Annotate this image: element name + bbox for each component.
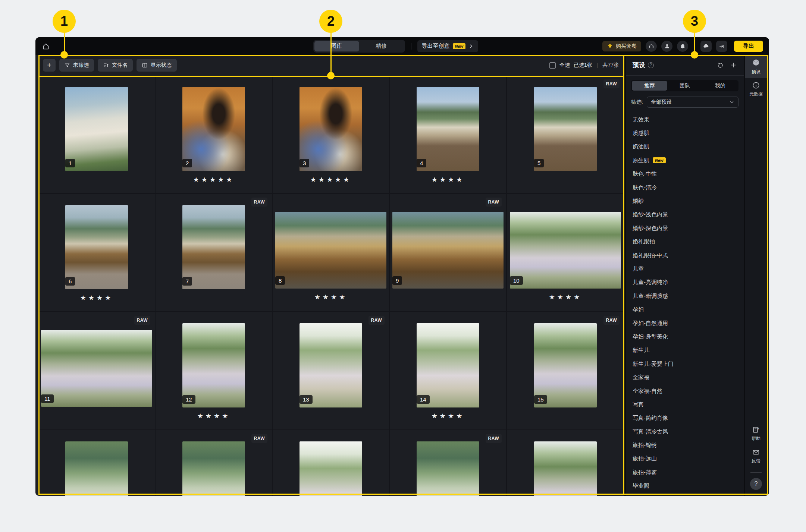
photo-cell[interactable]: 6★★★★ [38, 194, 156, 312]
photo-thumbnail[interactable]: 18 [299, 441, 362, 496]
preset-item[interactable]: 写真 [633, 398, 737, 411]
star-rating[interactable]: ★★★★ [197, 412, 230, 420]
tab-gallery[interactable]: 图库 [314, 41, 359, 51]
preset-item[interactable]: 旅拍-薄雾 [633, 466, 737, 479]
preset-item[interactable]: 毕业照 [633, 479, 737, 493]
photo-cell[interactable]: 15RAW [507, 312, 624, 430]
reset-icon[interactable] [717, 62, 724, 69]
photo-thumbnail[interactable]: 17 [182, 441, 245, 496]
preset-item[interactable]: 孕妇-身型美化 [633, 330, 737, 343]
preset-filter-select[interactable]: 全部预设 [647, 97, 738, 108]
preset-item[interactable]: 新生儿-爱婴上门 [633, 357, 737, 371]
photo-cell[interactable]: 12★★★★ [156, 312, 273, 430]
photo-thumbnail[interactable]: 1 [65, 87, 128, 171]
preset-item[interactable]: 全家福-自然 [633, 384, 737, 398]
export-button[interactable]: 导出 [734, 41, 763, 52]
photo-cell[interactable]: 9RAW [390, 194, 507, 312]
preset-item[interactable]: 无效果 [633, 113, 737, 126]
home-icon[interactable] [41, 42, 50, 51]
photo-thumbnail[interactable]: 3 [299, 87, 362, 171]
photo-thumbnail[interactable]: 8 [275, 212, 386, 289]
star-rating[interactable]: ★★★★ [549, 293, 582, 301]
photo-cell[interactable]: 7RAW [156, 194, 273, 312]
help-bubble-button[interactable]: ? [750, 478, 762, 490]
add-button[interactable]: + [43, 59, 56, 72]
photo-cell[interactable]: 1 [38, 76, 156, 194]
add-preset-icon[interactable] [730, 62, 737, 69]
photo-cell[interactable]: 4★★★★ [390, 76, 507, 194]
photo-thumbnail[interactable]: 2 [182, 87, 245, 171]
preset-item[interactable]: 婚纱-浅色内景 [633, 208, 737, 221]
display-status-button[interactable]: 显示状态 [137, 59, 177, 72]
preset-item[interactable]: 写真-简约肖像 [633, 412, 737, 425]
photo-thumbnail[interactable]: 16 [65, 441, 128, 496]
open-export-panel-button[interactable] [716, 41, 727, 52]
photo-thumbnail[interactable]: 14 [417, 323, 479, 407]
preset-item[interactable]: 原生肌New [633, 154, 737, 167]
photo-cell[interactable]: 19RAW [390, 430, 507, 496]
photo-thumbnail[interactable]: 7 [182, 205, 245, 289]
filter-button[interactable]: 未筛选 [59, 59, 94, 72]
star-rating[interactable]: ★★★★ [432, 176, 465, 184]
preset-item[interactable]: 旅拍-远山 [633, 452, 737, 466]
photo-cell[interactable]: 10★★★★ [507, 194, 624, 312]
sort-by-filename-button[interactable]: 文件名 [98, 59, 133, 72]
preset-item[interactable]: 旅拍-锦绣 [633, 438, 737, 452]
photo-cell[interactable]: 17RAW [156, 430, 273, 496]
select-all-checkbox[interactable] [549, 62, 556, 69]
rail-item-presets[interactable]: 预设 [745, 55, 767, 78]
export-to-creative-button[interactable]: 导出至创意 New [417, 40, 478, 52]
preset-item[interactable]: 孕妇-自然通用 [633, 317, 737, 330]
star-rating[interactable]: ★★★★★ [193, 176, 235, 184]
preset-item[interactable]: 婚纱-深色内景 [633, 221, 737, 235]
preset-item[interactable]: 婚礼跟拍-中式 [633, 249, 737, 262]
photo-thumbnail[interactable]: 12 [182, 323, 245, 407]
notifications-button[interactable] [677, 41, 688, 52]
preset-tab-我的[interactable]: 我的 [702, 81, 738, 91]
photo-cell[interactable]: 2★★★★★ [156, 76, 273, 194]
preset-item[interactable]: 儿童-亮调纯净 [633, 276, 737, 289]
star-rating[interactable]: ★★★★★ [310, 176, 352, 184]
preset-item[interactable]: 肤色-中性 [633, 167, 737, 181]
rail-item-metadata[interactable]: 元数据 [745, 78, 767, 100]
tab-retouch[interactable]: 精修 [359, 41, 404, 51]
photo-thumbnail[interactable]: 4 [417, 87, 479, 171]
photo-cell[interactable]: 8★★★★ [273, 194, 390, 312]
photo-thumbnail[interactable]: 13 [299, 323, 362, 407]
preset-tab-团队[interactable]: 团队 [667, 81, 703, 91]
photo-cell[interactable]: 13RAW [273, 312, 390, 430]
photo-thumbnail[interactable]: 6 [65, 205, 128, 289]
photo-thumbnail[interactable]: 19 [417, 441, 479, 496]
photo-thumbnail[interactable]: 5 [534, 87, 597, 171]
rail-item-feedback[interactable]: 反馈 [745, 445, 767, 467]
preset-tab-推荐[interactable]: 推荐 [632, 81, 667, 91]
question-circle-icon[interactable]: ? [648, 62, 654, 68]
preset-item[interactable]: 奶油肌 [633, 140, 737, 154]
preset-item[interactable]: 婚纱 [633, 194, 737, 208]
star-rating[interactable]: ★★★★ [314, 293, 348, 301]
photo-cell[interactable]: 18 [273, 430, 390, 496]
star-rating[interactable]: ★★★★ [80, 294, 113, 302]
photo-cell[interactable]: 3★★★★★ [273, 76, 390, 194]
preset-item[interactable]: 写真-清冷古风 [633, 425, 737, 438]
photo-cell[interactable]: 11RAW [38, 312, 156, 430]
preset-item[interactable]: 儿童 [633, 262, 737, 276]
star-rating[interactable]: ★★★★ [432, 412, 465, 420]
photo-thumbnail[interactable]: 11 [41, 330, 152, 407]
support-button[interactable] [646, 41, 657, 52]
preset-item[interactable]: 证件照 [633, 493, 737, 496]
photo-thumbnail[interactable]: 15 [534, 323, 597, 407]
photo-thumbnail[interactable]: 10 [510, 212, 621, 289]
photo-thumbnail[interactable]: 9 [392, 212, 504, 289]
account-button[interactable] [661, 41, 672, 52]
preset-item[interactable]: 儿童-暗调质感 [633, 289, 737, 303]
preset-item[interactable]: 肤色-清冷 [633, 181, 737, 194]
preset-item[interactable]: 孕妇 [633, 303, 737, 316]
photo-cell[interactable]: 5RAW [507, 76, 624, 194]
cloud-sync-button[interactable] [700, 41, 712, 52]
preset-item[interactable]: 婚礼跟拍 [633, 235, 737, 249]
photo-cell[interactable]: 14★★★★ [390, 312, 507, 430]
photo-cell[interactable]: 16 [38, 430, 156, 496]
photo-cell[interactable]: 20 [507, 430, 624, 496]
preset-item[interactable]: 质感肌 [633, 126, 737, 140]
